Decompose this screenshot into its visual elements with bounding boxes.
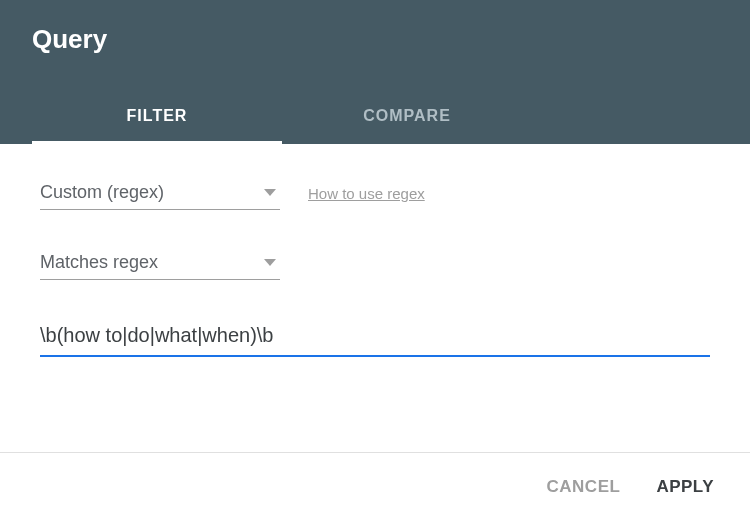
- match-mode-row: Matches regex: [40, 246, 710, 280]
- dialog-header: Query FILTER COMPARE: [0, 0, 750, 144]
- dialog-footer: CANCEL APPLY: [543, 469, 718, 505]
- dialog-content: Custom (regex) How to use regex Matches …: [0, 144, 750, 357]
- dialog-title: Query: [32, 24, 718, 55]
- regex-input-row: [40, 316, 710, 357]
- chevron-down-icon: [264, 259, 276, 266]
- filter-type-value: Custom (regex): [40, 182, 164, 203]
- tab-filter[interactable]: FILTER: [32, 91, 282, 144]
- match-mode-select[interactable]: Matches regex: [40, 246, 280, 280]
- match-mode-value: Matches regex: [40, 252, 158, 273]
- filter-type-row: Custom (regex) How to use regex: [40, 176, 710, 210]
- apply-button[interactable]: APPLY: [652, 469, 718, 505]
- tab-compare[interactable]: COMPARE: [282, 91, 532, 144]
- filter-type-select[interactable]: Custom (regex): [40, 176, 280, 210]
- footer-divider: [0, 452, 750, 453]
- regex-input[interactable]: [40, 316, 710, 357]
- chevron-down-icon: [264, 189, 276, 196]
- tabs: FILTER COMPARE: [32, 91, 718, 144]
- regex-help-link[interactable]: How to use regex: [308, 185, 425, 202]
- cancel-button[interactable]: CANCEL: [543, 469, 625, 505]
